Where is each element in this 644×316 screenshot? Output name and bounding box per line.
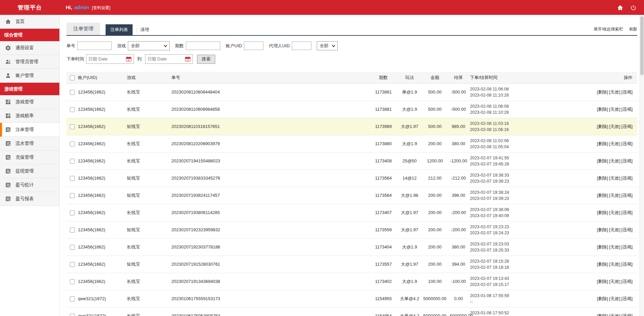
delete-link[interactable]: [删除] xyxy=(597,158,608,163)
calendar-icon[interactable]: 31 xyxy=(126,56,132,62)
logout-power-icon[interactable] xyxy=(630,4,637,11)
sidebar-item[interactable]: 提现管理 xyxy=(0,164,59,178)
sidebar-item[interactable]: 游戏管理 xyxy=(0,95,59,109)
delete-link[interactable]: [删除] xyxy=(597,279,608,284)
home-icon[interactable] xyxy=(617,4,623,11)
violation-link[interactable]: [违规] xyxy=(621,279,633,284)
cell-play: 大@1.97 xyxy=(398,204,421,221)
column-header: 操作 xyxy=(548,72,637,83)
row-checkbox[interactable] xyxy=(70,193,75,198)
cell-settle: -200.00 xyxy=(448,221,469,238)
delete-link[interactable]: [删除] xyxy=(597,124,608,129)
search-button[interactable]: 搜索 xyxy=(197,55,215,64)
invalid-link[interactable]: [无效] xyxy=(609,296,620,301)
invalid-link[interactable]: [无效] xyxy=(609,244,620,249)
sidebar-item[interactable]: 盈亏报表 xyxy=(0,192,59,206)
invalid-link[interactable]: [无效] xyxy=(609,210,620,215)
invalid-link[interactable]: [无效] xyxy=(609,227,620,232)
date-from-input[interactable]: 日期 Date 31 xyxy=(86,54,134,64)
violation-link[interactable]: [违规] xyxy=(621,107,633,112)
invalid-link[interactable]: [无效] xyxy=(609,89,620,95)
delete-link[interactable]: [删除] xyxy=(597,227,608,232)
sidebar-item[interactable]: 通用设置 xyxy=(0,41,59,55)
sidebar-item[interactable]: 注单管理 xyxy=(0,123,59,137)
invalid-link[interactable]: [无效] xyxy=(609,124,620,129)
cell-game: 长线宝 xyxy=(125,238,170,256)
vertical-scrollbar[interactable] xyxy=(640,15,644,316)
delete-link[interactable]: [删除] xyxy=(597,244,608,249)
row-checkbox[interactable] xyxy=(70,228,75,233)
delete-link[interactable]: [删除] xyxy=(597,210,608,215)
sidebar-item[interactable]: 游戏赔率 xyxy=(0,109,59,123)
row-checkbox[interactable] xyxy=(70,176,75,181)
cell-play: 大@1.9 xyxy=(398,101,421,118)
cell-game: 长线宝 xyxy=(125,135,170,152)
date-to-input[interactable]: 日期 Date 31 xyxy=(145,54,193,64)
violation-link[interactable]: [违规] xyxy=(621,141,633,146)
invalid-link[interactable]: [无效] xyxy=(609,141,620,146)
select-all-checkbox[interactable] xyxy=(70,75,75,80)
game-select[interactable]: 全部 xyxy=(128,41,170,50)
violation-link[interactable]: [违规] xyxy=(621,296,633,301)
violation-link[interactable]: [违规] xyxy=(621,210,633,215)
tab-order-list[interactable]: 注单列表 xyxy=(106,24,133,35)
order-no-input[interactable] xyxy=(77,42,112,50)
row-checkbox[interactable] xyxy=(70,124,75,129)
sidebar-item[interactable]: 账户管理 xyxy=(0,69,59,83)
table-row: 123456(1662)长线宝2023020811060844840411738… xyxy=(66,83,637,101)
agent-uid-input[interactable] xyxy=(292,42,311,50)
row-checkbox[interactable] xyxy=(70,279,75,284)
invalid-link[interactable]: [无效] xyxy=(609,279,620,284)
delete-link[interactable]: [删除] xyxy=(597,176,608,181)
violation-link[interactable]: [违规] xyxy=(621,244,633,249)
account-uid-input[interactable] xyxy=(244,42,263,50)
profile-settings-link[interactable]: [资料设置] xyxy=(92,5,110,11)
violation-link[interactable]: [违规] xyxy=(621,158,633,163)
sidebar-item[interactable]: 管理员管理 xyxy=(0,55,59,69)
cell-order-no: 20230207193833345276 xyxy=(170,169,369,187)
row-checkbox[interactable] xyxy=(70,245,75,250)
sidebar-item-label: 充值管理 xyxy=(16,154,34,160)
invalid-link[interactable]: [无效] xyxy=(609,262,620,267)
refresh-link[interactable]: 刷新 xyxy=(629,26,637,32)
delete-link[interactable]: [删除] xyxy=(597,193,608,198)
sidebar-item[interactable]: 充值管理 xyxy=(0,151,59,164)
row-checkbox[interactable] xyxy=(70,296,75,301)
tab-cleanup[interactable]: 清理 xyxy=(140,27,149,35)
row-checkbox[interactable] xyxy=(70,159,75,164)
violation-link[interactable]: [违规] xyxy=(621,124,633,129)
violation-link[interactable]: [违规] xyxy=(621,313,633,316)
row-checkbox[interactable] xyxy=(70,314,75,316)
violation-link[interactable]: [违规] xyxy=(621,193,633,198)
invalid-link[interactable]: [无效] xyxy=(609,107,620,112)
toggle-search-link[interactable]: 展开/收起搜索栏 xyxy=(594,26,623,32)
violation-link[interactable]: [违规] xyxy=(621,176,633,181)
delete-link[interactable]: [删除] xyxy=(597,262,608,267)
calendar-icon[interactable]: 31 xyxy=(185,56,191,62)
cell-order-no: 20230207191343694038 xyxy=(170,273,369,290)
invalid-link[interactable]: [无效] xyxy=(609,158,620,163)
violation-link[interactable]: [违规] xyxy=(621,89,633,95)
row-checkbox[interactable] xyxy=(70,262,75,267)
invalid-link[interactable]: [无效] xyxy=(609,313,620,316)
scrollbar-thumb[interactable] xyxy=(640,16,644,75)
row-checkbox[interactable] xyxy=(70,107,75,112)
sidebar-item[interactable]: 首页 xyxy=(0,15,59,29)
sidebar-item[interactable]: 流水管理 xyxy=(0,137,59,151)
period-input[interactable] xyxy=(186,42,220,50)
delete-link[interactable]: [删除] xyxy=(597,107,608,112)
cell-period: 1173559 xyxy=(369,221,398,238)
delete-link[interactable]: [删除] xyxy=(597,141,608,146)
row-checkbox[interactable] xyxy=(70,90,75,95)
invalid-link[interactable]: [无效] xyxy=(609,176,620,181)
delete-link[interactable]: [删除] xyxy=(597,296,608,301)
violation-link[interactable]: [违规] xyxy=(621,227,633,232)
delete-link[interactable]: [删除] xyxy=(597,89,608,95)
violation-link[interactable]: [违规] xyxy=(621,262,633,267)
row-checkbox[interactable] xyxy=(70,141,75,147)
invalid-link[interactable]: [无效] xyxy=(609,193,620,198)
row-checkbox[interactable] xyxy=(70,210,75,215)
status-select[interactable]: 全部 xyxy=(317,41,338,50)
delete-link[interactable]: [删除] xyxy=(597,313,608,316)
sidebar-item[interactable]: 盈亏统计 xyxy=(0,178,59,192)
